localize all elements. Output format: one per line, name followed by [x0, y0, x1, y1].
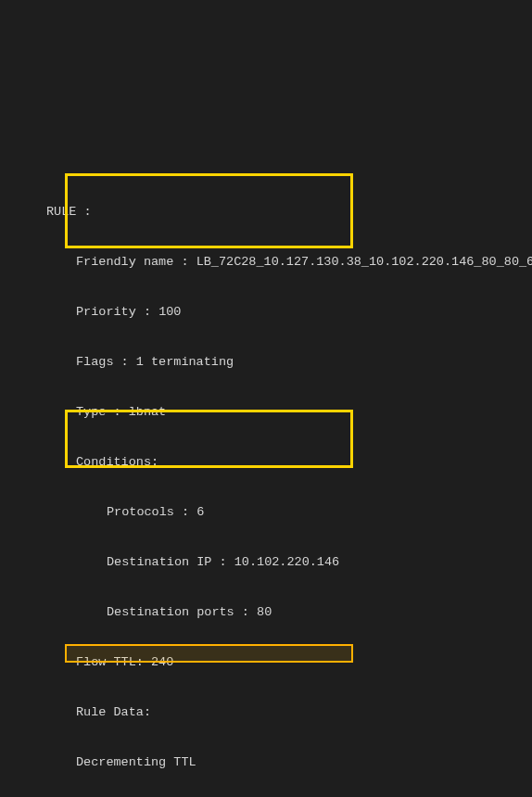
cond-protocols-line: Protocols : 6 — [0, 504, 532, 521]
flags-line: Flags : 1 terminating — [0, 354, 532, 371]
type-line: Type : lbnat — [0, 404, 532, 421]
priority-line: Priority : 100 — [0, 304, 532, 321]
rule-header: RULE : — [0, 204, 532, 221]
terminal-output: RULE : Friendly name : LB_72C28_10.127.1… — [0, 70, 532, 797]
rule-data-line: Rule Data: — [0, 704, 532, 721]
conditions-line: Conditions: — [0, 454, 532, 471]
cond-destip-line: Destination IP : 10.102.220.146 — [0, 554, 532, 571]
decr-ttl-line: Decrementing TTL — [0, 754, 532, 771]
cond-destports-line: Destination ports : 80 — [0, 604, 532, 621]
flow-ttl-line: Flow TTL: 240 — [0, 654, 532, 671]
friendly-name-line: Friendly name : LB_72C28_10.127.130.38_1… — [0, 254, 532, 271]
